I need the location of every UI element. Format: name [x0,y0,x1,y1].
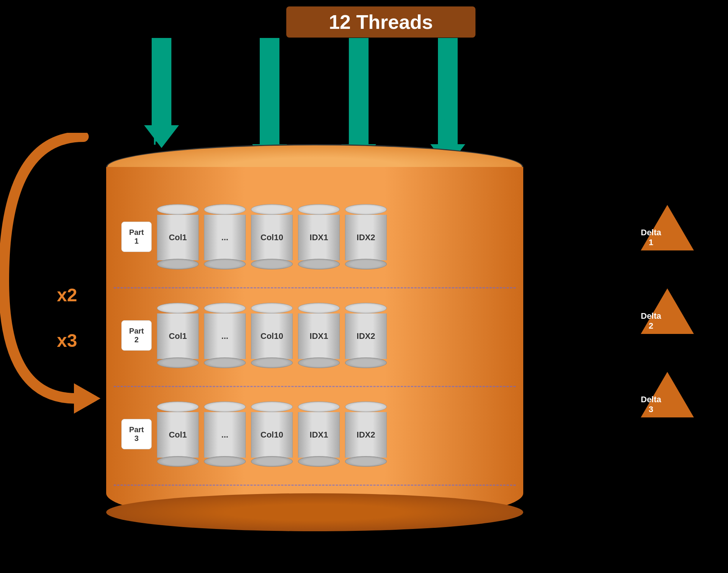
idx-1-part1: IDX1 [298,204,340,269]
col-dots-part1: ... [204,204,246,269]
cylinder-body: Part 1 Col1 ... Col10 [106,167,523,524]
col-10-part2: Col10 [251,303,293,368]
idx-1-part3: IDX1 [298,401,340,467]
idx-1-part2: IDX1 [298,303,340,368]
col-dots-part2: ... [204,303,246,368]
col-10-part3: Col10 [251,401,293,467]
x3-label: x3 [57,330,77,351]
delta-2: Delta2 [641,288,694,334]
part-2-label: Part 2 [121,320,152,351]
loop-arrow-svg [0,133,102,429]
diagram-container: 12 Threads Thread-1 Thread-10 Thread-11 … [0,0,728,573]
delta-3-text: Delta3 [641,395,661,414]
idx-2-part1: IDX2 [345,204,387,269]
x2-label: x2 [57,285,77,305]
delta-1: Delta1 [641,205,694,250]
col-dots-part3: ... [204,401,246,467]
col-1-part2: Col1 [157,303,199,368]
partition-row-1: Part 1 Col1 ... Col10 [114,186,516,288]
part-3-label: Part 3 [121,419,152,449]
svg-marker-0 [74,383,100,414]
col-1-part3: Col1 [157,401,199,467]
part-1-label: Part 1 [121,222,152,252]
partition-row-2: Part 2 Col1 ... Col10 [114,285,516,387]
delta-3: Delta3 [641,372,694,417]
delta-1-text: Delta1 [641,228,661,247]
thread-1-label: Thread-1 [151,84,168,145]
col-10-part1: Col10 [251,204,293,269]
col-1-part1: Col1 [157,204,199,269]
threads-label-text: 12 Threads [329,11,433,33]
threads-label-box: 12 Threads [286,6,475,38]
delta-2-text: Delta2 [641,311,661,331]
partition-row-3: Part 3 Col1 ... Col10 [114,383,516,486]
cylinder-bottom [106,493,523,531]
idx-2-part2: IDX2 [345,303,387,368]
main-cylinder: Part 1 Col1 ... Col10 [106,144,523,524]
idx-2-part3: IDX2 [345,401,387,467]
